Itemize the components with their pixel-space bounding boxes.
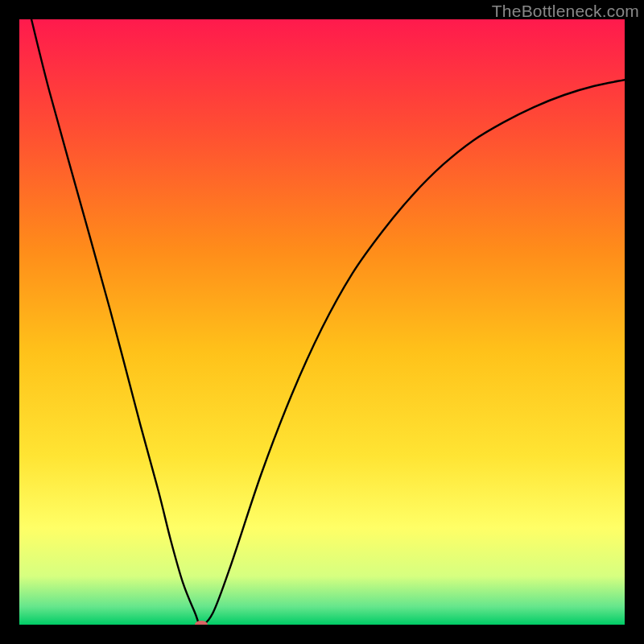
- curve-svg: [19, 19, 625, 625]
- watermark-text: TheBottleneck.com: [492, 2, 639, 21]
- bottleneck-curve: [31, 19, 625, 625]
- minimum-marker-icon: [195, 621, 208, 625]
- chart-frame: TheBottleneck.com: [0, 0, 644, 644]
- plot-area: [19, 19, 625, 625]
